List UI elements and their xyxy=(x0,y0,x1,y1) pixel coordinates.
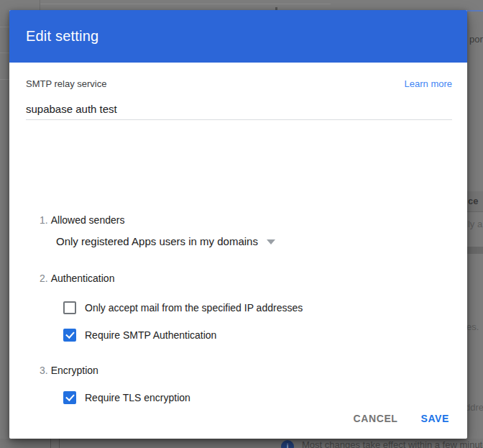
setting-name-input[interactable] xyxy=(26,103,452,120)
checkbox-row-smtp-auth[interactable]: Require SMTP Authentication xyxy=(63,329,216,342)
setting-name-label: SMTP relay service xyxy=(26,78,106,89)
dialog-title: Edit setting xyxy=(26,28,98,45)
chevron-down-icon xyxy=(267,239,275,244)
bg-text-fragment: es. xyxy=(466,321,479,332)
section-title-text: Allowed senders xyxy=(51,214,125,226)
section-authentication-title: 2.Authentication xyxy=(40,273,114,284)
section-number: 1. xyxy=(40,214,48,226)
checkbox-label: Require SMTP Authentication xyxy=(85,329,216,341)
section-number: 3. xyxy=(40,365,48,376)
dialog-header: Edit setting xyxy=(9,10,467,63)
smtp-auth-checkbox[interactable] xyxy=(63,329,76,342)
dialog-body: SMTP relay service Learn more 1.Allowed … xyxy=(9,63,467,398)
bg-table-gridline xyxy=(50,439,51,448)
section-encryption-title: 3.Encryption xyxy=(40,365,98,376)
checkbox-row-ip-addresses[interactable]: Only accept mail from the specified IP a… xyxy=(63,301,303,314)
cancel-button[interactable]: CANCEL xyxy=(345,407,407,430)
bg-table-gridline xyxy=(40,0,40,10)
allowed-senders-dropdown[interactable]: Only registered Apps users in my domains xyxy=(56,235,275,247)
bg-accent-sliver xyxy=(467,10,483,12)
bg-table-gridline xyxy=(40,4,331,4)
section-title-text: Authentication xyxy=(51,273,115,284)
info-icon: i xyxy=(281,440,294,448)
setting-row: SMTP relay service Learn more xyxy=(26,78,452,89)
bg-table-gridline xyxy=(59,439,60,448)
bg-text-fragment: port xyxy=(469,34,483,45)
bg-table-gridline xyxy=(0,27,9,27)
dialog-footer: CANCEL SAVE xyxy=(9,398,467,439)
bg-divider-band xyxy=(467,247,483,254)
bg-bottom-note: Most changes take effect within a few mi… xyxy=(302,439,483,448)
bg-table-gridline xyxy=(0,79,9,80)
bg-text-fragment: ddre xyxy=(465,402,483,413)
bg-table-gridline xyxy=(0,52,9,53)
checkbox-label: Only accept mail from the specified IP a… xyxy=(85,302,303,314)
learn-more-link[interactable]: Learn more xyxy=(405,78,452,89)
save-button[interactable]: SAVE xyxy=(413,407,459,430)
bg-text-fragment: ce xyxy=(468,196,478,206)
bg-text-fragment: lly a xyxy=(466,219,482,229)
section-title-text: Encryption xyxy=(51,365,98,376)
section-allowed-senders-title: 1.Allowed senders xyxy=(40,214,124,226)
edit-setting-dialog: Edit setting SMTP relay service Learn mo… xyxy=(9,10,467,439)
section-number: 2. xyxy=(40,273,48,284)
allowed-senders-dropdown-value: Only registered Apps users in my domains xyxy=(56,235,258,247)
ip-addresses-checkbox[interactable] xyxy=(63,301,76,314)
